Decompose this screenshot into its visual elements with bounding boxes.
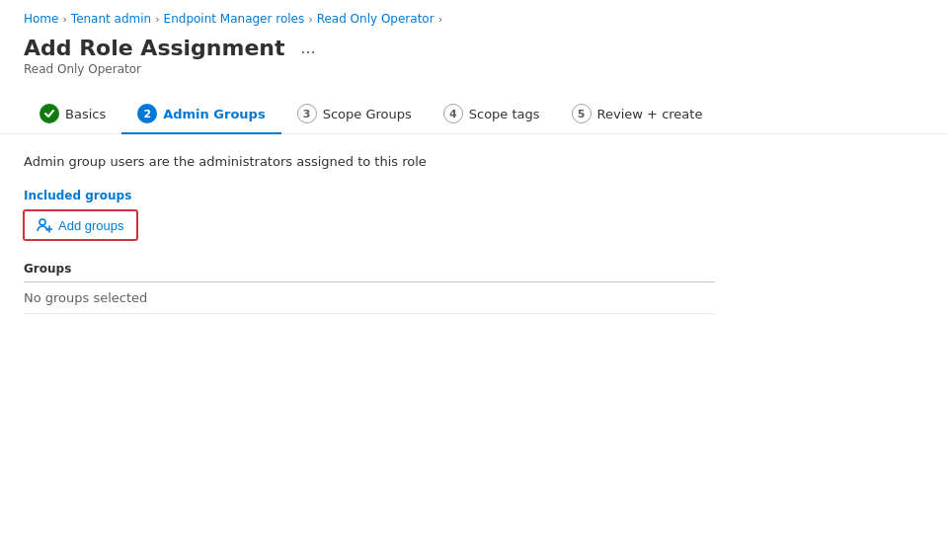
tab-scope-groups[interactable]: 3 Scope Groups bbox=[281, 96, 428, 133]
breadcrumb-read-only-operator[interactable]: Read Only Operator bbox=[317, 12, 434, 26]
tab-label-scope-tags: Scope tags bbox=[469, 107, 540, 121]
tab-badge-review-create: 5 bbox=[572, 104, 592, 123]
tab-review-create[interactable]: 5 Review + create bbox=[556, 96, 719, 133]
tab-badge-admin-groups: 2 bbox=[137, 104, 157, 123]
breadcrumb-sep-2: › bbox=[155, 13, 159, 26]
svg-point-0 bbox=[40, 219, 45, 225]
tab-badge-scope-tags: 4 bbox=[443, 104, 463, 123]
tab-label-basics: Basics bbox=[65, 107, 106, 121]
no-groups-row: No groups selected bbox=[24, 282, 715, 314]
breadcrumb-sep-3: › bbox=[308, 13, 312, 26]
breadcrumb-sep-4: › bbox=[438, 13, 442, 26]
tab-label-scope-groups: Scope Groups bbox=[323, 107, 412, 121]
tab-badge-scope-groups: 3 bbox=[297, 104, 317, 123]
tab-label-review-create: Review + create bbox=[597, 107, 703, 121]
add-groups-button[interactable]: Add groups bbox=[24, 210, 137, 240]
breadcrumb-sep-1: › bbox=[62, 13, 66, 26]
tab-basics[interactable]: Basics bbox=[24, 96, 121, 133]
page-header: Add Role Assignment ... Read Only Operat… bbox=[0, 32, 948, 84]
breadcrumb-endpoint-manager[interactable]: Endpoint Manager roles bbox=[164, 12, 305, 26]
ellipsis-button[interactable]: ... bbox=[295, 36, 322, 60]
tab-scope-tags[interactable]: 4 Scope tags bbox=[428, 96, 556, 133]
breadcrumb-home[interactable]: Home bbox=[24, 12, 58, 26]
tab-admin-groups[interactable]: 2 Admin Groups bbox=[121, 96, 280, 133]
tabs-container: Basics 2 Admin Groups 3 Scope Groups 4 S… bbox=[0, 84, 948, 134]
page-title: Add Role Assignment bbox=[24, 36, 285, 60]
content-area: Admin group users are the administrators… bbox=[0, 134, 948, 334]
included-groups-label: Included groups bbox=[24, 189, 924, 202]
tab-badge-basics bbox=[40, 104, 59, 123]
breadcrumb: Home › Tenant admin › Endpoint Manager r… bbox=[0, 0, 948, 32]
add-user-icon bbox=[37, 217, 52, 233]
groups-column-header: Groups bbox=[24, 256, 715, 282]
tab-label-admin-groups: Admin Groups bbox=[163, 107, 265, 121]
add-groups-button-label: Add groups bbox=[58, 218, 124, 233]
groups-table: Groups No groups selected bbox=[24, 256, 715, 314]
content-description: Admin group users are the administrators… bbox=[24, 154, 924, 169]
page-subtitle: Read Only Operator bbox=[24, 62, 924, 76]
breadcrumb-tenant-admin[interactable]: Tenant admin bbox=[71, 12, 151, 26]
